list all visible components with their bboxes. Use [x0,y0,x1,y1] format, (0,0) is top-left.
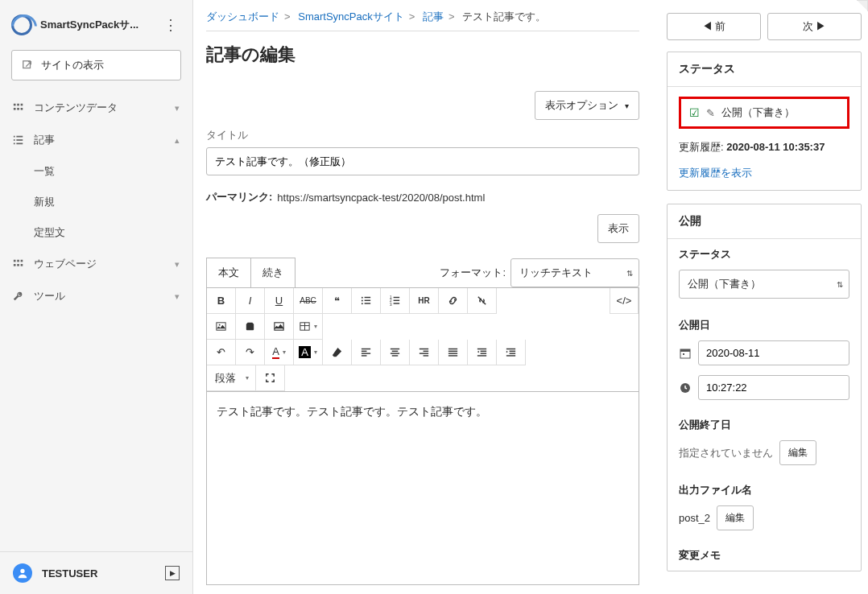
right-sidebar: ◀ 前 次 ▶ ステータス ☑ ✎ 公開（下書き） 更新履歴: 2020-08-… [663,0,865,594]
svg-rect-42 [391,353,399,353]
svg-rect-3 [21,104,23,106]
tab-more[interactable]: 続き [251,258,296,287]
site-title: SmartSyncPackサ... [40,18,160,32]
svg-rect-25 [365,303,371,303]
bold-button[interactable]: B [207,288,236,314]
ul-button[interactable] [352,288,381,314]
align-center-button[interactable] [381,340,410,365]
status-select[interactable]: 公開（下書き） ⇅ [679,270,849,299]
nav-tools[interactable]: ツール ▾ [0,280,192,312]
chevron-up-icon: ▴ [175,135,180,146]
breadcrumb-dashboard[interactable]: ダッシュボード [206,10,279,23]
image-button[interactable] [207,314,236,340]
more-menu-icon[interactable]: ⋮ [160,16,181,34]
svg-rect-54 [481,353,487,353]
nav-label: ウェブページ [34,257,97,271]
publish-panel: 公開 ステータス 公開（下書き） ⇅ 公開日 公開終了日 指定されていません 編… [667,204,862,571]
ol-button[interactable]: 123 [381,288,410,314]
svg-rect-14 [17,260,19,262]
align-right-button[interactable] [410,340,439,365]
svg-rect-9 [14,139,15,141]
nav-sub-template[interactable]: 定型文 [0,217,192,248]
table-button[interactable]: ▾ [294,314,323,340]
undo-button[interactable]: ↶ [207,340,236,365]
svg-rect-31 [394,303,400,303]
calendar-icon [679,345,692,361]
svg-rect-37 [362,351,367,352]
grid-icon [13,102,24,113]
history-label: 更新履歴: [679,141,724,153]
nav-label: 記事 [34,133,55,147]
asset-button[interactable] [236,314,265,340]
redo-button[interactable]: ↷ [236,340,265,365]
svg-rect-56 [506,349,515,349]
align-left-button[interactable] [352,340,381,365]
prev-button[interactable]: ◀ 前 [667,13,761,40]
history-row: 更新履歴: 2020-08-11 10:35:37 [679,140,849,155]
outdent-button[interactable] [468,340,497,365]
sidebar-user[interactable]: TESTUSER ▶ [0,551,192,594]
indent-button[interactable] [497,340,526,365]
breadcrumb-site[interactable]: SmartSyncPackサイト [298,10,403,23]
svg-rect-12 [16,143,23,145]
link-button[interactable] [439,288,468,314]
nav-sub-list[interactable]: 一覧 [0,156,192,187]
svg-rect-44 [420,349,428,349]
end-edit-button[interactable]: 編集 [779,440,816,465]
play-icon[interactable]: ▶ [165,566,180,580]
outfile-edit-button[interactable]: 編集 [717,505,754,530]
history-link[interactable]: 更新履歴を表示 [679,166,849,180]
title-input[interactable] [206,147,639,175]
eraser-button[interactable] [323,340,352,365]
text-color-button[interactable]: A▾ [265,340,294,365]
permalink-row: パーマリンク: https://smartsyncpack-test/2020/… [206,190,639,204]
align-justify-button[interactable] [439,340,468,365]
wrench-icon [13,291,24,302]
unlink-button[interactable] [468,288,497,314]
svg-rect-59 [506,355,515,356]
next-button[interactable]: 次 ▶ [767,13,862,40]
svg-rect-55 [477,355,486,356]
site-logo-icon [11,14,32,35]
select-caret-icon: ⇅ [837,280,843,289]
site-view-button[interactable]: サイトの表示 [11,50,181,80]
svg-rect-15 [21,260,23,262]
breadcrumb-articles[interactable]: 記事 [423,10,444,23]
view-button[interactable]: 表示 [597,214,639,243]
pub-date-label: 公開日 [668,310,861,340]
tab-body[interactable]: 本文 [206,258,251,287]
nav-sub-new[interactable]: 新規 [0,187,192,217]
fullscreen-button[interactable] [256,365,285,391]
format-select[interactable]: リッチテキスト ⇅ [510,258,639,287]
status-sub-header: ステータス [668,239,861,270]
resize-corner-icon [857,0,868,11]
underline-button[interactable]: U [265,288,294,314]
svg-rect-36 [362,349,370,349]
svg-rect-41 [392,351,399,352]
svg-point-24 [362,303,363,304]
editor-body[interactable]: テスト記事です。テスト記事です。テスト記事です。 [206,392,639,585]
display-options-button[interactable]: 表示オプション ▾ [535,91,639,120]
nav-articles[interactable]: 記事 ▴ [0,124,192,156]
svg-rect-1 [14,104,16,106]
code-button[interactable]: </> [610,288,639,314]
strike-button[interactable]: ABC [294,288,323,314]
bg-color-button[interactable]: A▾ [294,340,323,365]
main-content: ダッシュボード> SmartSyncPackサイト> 記事> テスト記事です。 … [193,0,652,594]
paragraph-select[interactable]: 段落 ▾ [207,365,256,391]
hr-button[interactable]: HR [410,288,439,314]
avatar-icon [13,563,32,583]
svg-rect-45 [424,351,429,352]
media-button[interactable] [265,314,294,340]
svg-rect-51 [448,355,457,356]
italic-button[interactable]: I [236,288,265,314]
svg-rect-61 [680,349,690,352]
nav-contents-data[interactable]: コンテンツデータ ▾ [0,92,192,124]
quote-button[interactable]: ❝ [323,288,352,314]
pub-date-input[interactable] [698,340,849,365]
page-icon [13,258,24,270]
pub-time-input[interactable] [698,375,849,400]
nav-webpage[interactable]: ウェブページ ▾ [0,248,192,280]
svg-point-22 [362,300,363,302]
svg-rect-7 [14,136,15,138]
